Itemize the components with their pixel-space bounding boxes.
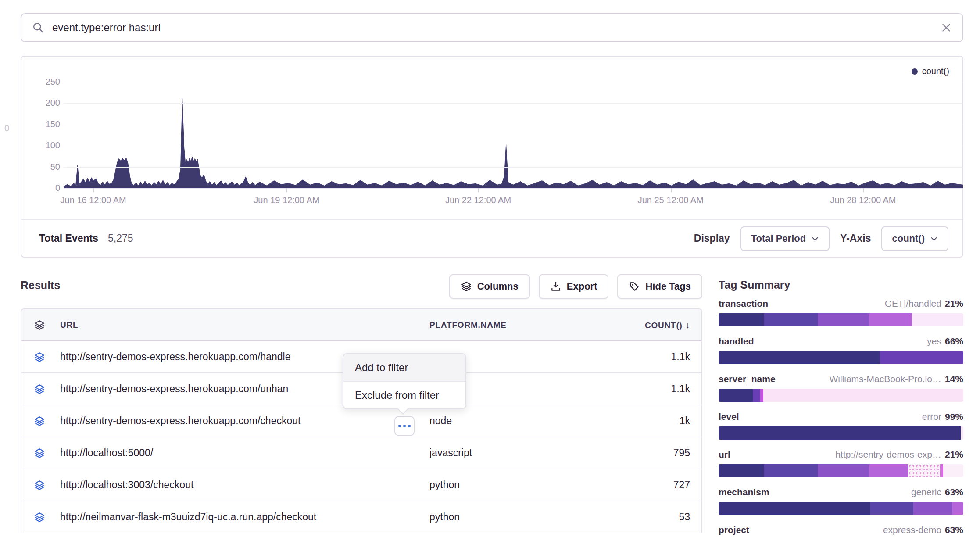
tag-row: url http://sentry-demos-exp… 21% [719,449,963,477]
tag-top-value: generic [911,487,941,498]
yaxis-dropdown-value: count() [892,233,925,244]
count-cell[interactable]: 53 [618,511,701,523]
tag-top-value: yes [927,336,941,347]
layers-icon [21,448,60,459]
y-axis-tick-label: 0 [29,183,60,193]
tag-top-value: express-demo [883,525,941,535]
tag-percentage: 21% [945,298,963,309]
layers-icon [21,351,60,363]
legend-label: count() [922,66,949,76]
tag-percentage: 14% [945,374,963,384]
tag-row: server_name Williams-MacBook-Pro.lo… 14% [719,374,963,402]
tag-bar-segment [952,502,963,515]
table-header: URL PLATFORM.NAME COUNT()↓ [21,309,701,341]
search-icon [32,21,44,34]
url-cell[interactable]: http://sentry-demos-express.herokuapp.co… [60,415,429,427]
search-bar[interactable]: event.type:error has:url [21,13,963,42]
platform-cell[interactable]: javascript [429,447,618,459]
table-row[interactable]: http://neilmanvar-flask-m3uuizd7iq-uc.a.… [21,501,701,533]
tag-name: url [719,449,730,460]
tag-name: mechanism [719,487,769,498]
tag-summary-panel: Tag Summary transaction GET|/handled 21%… [719,279,963,537]
column-header-count[interactable]: COUNT()↓ [618,320,701,330]
display-dropdown-value: Total Period [751,233,806,244]
tag-percentage: 99% [945,412,963,422]
tag-bar-segment [818,464,869,477]
tag-bar-segment [940,464,943,477]
count-cell[interactable]: 1.1k [618,383,701,395]
chart-legend[interactable]: count() [912,66,949,76]
tag-distribution-bar[interactable] [719,351,963,364]
tag-distribution-bar[interactable] [719,313,963,326]
layers-icon [21,319,60,331]
tag-bar-segment [719,502,870,515]
cell-actions-button[interactable] [394,416,415,436]
tag-bar-segment [719,313,764,326]
column-header-platform[interactable]: PLATFORM.NAME [429,320,618,330]
gridline [64,125,963,125]
tag-bar-segment [913,502,952,515]
chart-footer: Total Events 5,275 Display Total Period … [21,220,962,257]
tag-bar-segment [760,389,763,402]
tag-distribution-bar[interactable] [719,464,963,477]
x-axis-tick-label: Jun 19 12:00 AM [254,195,319,205]
search-input[interactable]: event.type:error has:url [52,21,941,34]
area-chart-series [64,82,963,188]
tag-percentage: 21% [945,449,963,460]
platform-cell[interactable]: python [429,479,618,491]
tag-bar-segment [908,464,940,477]
x-axis-tick-label: Jun 22 12:00 AM [445,195,511,205]
count-cell[interactable]: 727 [618,479,701,491]
url-cell[interactable]: http://neilmanvar-flask-m3uuizd7iq-uc.a.… [60,511,429,523]
gridline [64,103,963,104]
tag-distribution-bar[interactable] [719,426,963,440]
gridline [64,167,963,168]
column-header-url[interactable]: URL [60,320,429,330]
tag-distribution-bar[interactable] [719,389,963,402]
gridline [64,188,963,189]
tag-bar-segment [869,464,908,477]
sort-desc-icon: ↓ [685,320,690,330]
x-axis-tick-label: Jun 16 12:00 AM [61,195,126,205]
layers-icon [21,512,60,523]
tag-bar-segment [764,464,818,477]
count-cell[interactable]: 795 [618,447,701,459]
export-button[interactable]: Export [539,274,609,299]
tag-percentage: 63% [945,525,963,535]
display-dropdown[interactable]: Total Period [740,226,830,251]
platform-cell[interactable]: python [429,511,618,523]
url-cell[interactable]: http://localhost:5000/ [60,447,429,459]
platform-cell[interactable]: node [429,415,618,427]
count-header-label: COUNT() [645,321,683,330]
tag-row: level error 99% [719,412,963,440]
table-row[interactable]: http://sentry-demos-express.herokuapp.co… [21,405,701,437]
tag-bar-segment [818,313,869,326]
results-table: URL PLATFORM.NAME COUNT()↓ http://sentry… [21,308,702,533]
table-row[interactable]: http://localhost:5000/ javascript 795 [21,437,701,469]
hide-tags-button-label: Hide Tags [645,281,691,292]
y-axis-tick-label: 200 [29,98,60,108]
hide-tags-button[interactable]: Hide Tags [617,274,702,299]
close-icon[interactable] [941,22,952,33]
url-cell[interactable]: http://localhost:3003/checkout [60,479,429,491]
tag-row: mechanism generic 63% [719,487,963,515]
events-chart-panel: count() Total Events 5,275 Display Total… [21,56,963,258]
tag-row: transaction GET|/handled 21% [719,298,963,326]
chevron-down-icon [930,235,938,243]
count-cell[interactable]: 1.1k [618,351,701,363]
layers-icon [21,480,60,491]
count-cell[interactable]: 1k [618,415,701,427]
tag-bar-segment [880,351,963,364]
menu-item-add-to-filter[interactable]: Add to filter [343,354,465,382]
tag-bar-segment [912,313,963,326]
display-label: Display [694,233,730,244]
table-row[interactable]: http://localhost:3003/checkout python 72… [21,469,701,501]
y-axis-tick-label: 250 [29,77,60,87]
tag-name: project [719,525,749,535]
tag-distribution-bar[interactable] [719,502,963,515]
tag-bar-segment [961,426,963,440]
yaxis-dropdown[interactable]: count() [881,226,948,251]
columns-button[interactable]: Columns [449,274,530,299]
tag-row: handled yes 66% [719,336,963,364]
export-button-label: Export [567,281,597,292]
